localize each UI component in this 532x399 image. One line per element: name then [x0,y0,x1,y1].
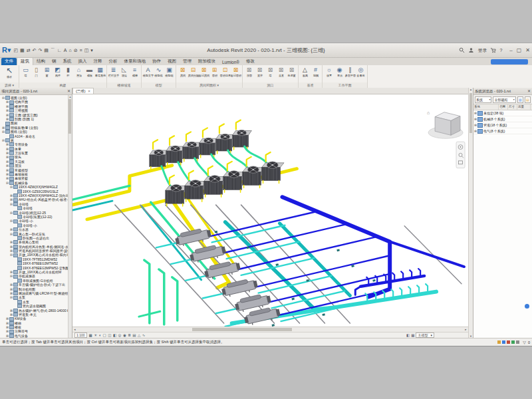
tab-插入[interactable]: 插入 [75,58,90,65]
ribbon-button-面积[interactable]: ⊞面积 [209,66,219,78]
ribbon-button-栏杆扶手[interactable]: ≣栏杆扶手 [108,66,118,78]
panel-label[interactable]: 楼梯坡道 [107,82,141,88]
ribbon-button-修改[interactable]: ↖修改 [1,66,17,79]
worksets-icon[interactable] [497,340,501,344]
tab-附加模块[interactable]: 附加模块 [195,58,219,65]
ribbon-button-窗[interactable]: ⊞窗 [42,66,52,78]
maximize-button[interactable]: ▢ [517,47,522,53]
revit-logo-icon[interactable]: R▾ [2,46,11,55]
ribbon-button-模型线[interactable]: ∿模型线 [154,66,164,78]
tab-体量和场地[interactable]: 体量和场地 [121,58,150,65]
vertical-scrollbar[interactable]: ▲ ▼ [468,88,473,338]
column-启用[interactable]: 启用 [499,104,508,110]
column-settings-icon[interactable]: ▤ [525,96,531,103]
editable-icon[interactable]: ▦ [411,333,414,337]
view-tab-close-icon[interactable]: ✕ [88,88,91,94]
system-browser-close-icon[interactable]: ✕ [527,88,531,94]
visual-style-icon[interactable]: ▦ [89,333,92,337]
temporary-hide-icon[interactable]: ◎ [118,333,122,337]
ribbon-button-屋顶[interactable]: ⌂屋顶 [74,66,84,78]
ribbon-button-房间[interactable]: ⊠房间 [178,66,188,78]
switch-windows-icon[interactable]: ◫ [84,47,89,53]
view-filter-select[interactable]: 系统▾ [475,96,491,103]
ribbon-button-楼梯[interactable]: ≡楼梯 [130,66,140,78]
panel-label[interactable]: 选择 ▾ [0,82,19,88]
show-crop-icon[interactable]: ◫ [108,333,111,337]
displacement-icon[interactable]: ∿ [142,333,146,337]
column-系统[interactable]: 系统 [473,104,499,110]
ribbon-button-模型组[interactable]: ▣模型组 [164,66,174,78]
editable-only-icon[interactable] [502,340,505,344]
ribbon-button-标记房间[interactable]: ⊠标记房间 [199,66,209,78]
ribbon-button-构件[interactable]: ◩构件 [53,66,63,78]
default-3d-view-icon[interactable]: ⌂ [69,47,72,53]
viewcube[interactable]: ⌂ [427,110,463,139]
worksharing-display-icon[interactable]: ≣ [128,333,131,337]
ribbon-button-墙[interactable]: ▭墙 [21,66,31,78]
ribbon-button-楼板[interactable]: ▬楼板 [84,66,94,78]
links-icon[interactable] [507,340,510,344]
tab-管理[interactable]: 管理 [180,58,195,65]
scale-button[interactable]: 1:100 [74,332,87,338]
sun-path-icon[interactable]: ☀ [94,333,97,337]
redo-icon[interactable]: ↷ [38,47,42,53]
tab-系统[interactable]: 系统 [60,58,75,65]
ribbon-button-墙[interactable]: ⊠墙 [265,66,275,78]
ribbon-button-竖井[interactable]: ⊠竖井 [255,66,265,78]
tab-分析[interactable]: 分析 [106,58,121,65]
open-icon[interactable]: ◰ [13,47,18,53]
ribbon-button-面积边界[interactable]: ⊡面积边界 [220,66,230,78]
ribbon-button-参照平面[interactable]: ∥参照平面 [345,66,355,78]
tab-协作[interactable]: 协作 [149,58,164,65]
notification-dot[interactable] [525,304,529,309]
constraints-icon[interactable]: △ [138,333,140,337]
system-row[interactable]: ⊞未指定(38 项) [473,110,532,116]
measure-icon[interactable]: ⌒ [51,47,55,53]
project-browser-close-icon[interactable]: ✕ [67,88,70,94]
panel-label[interactable]: 洞口 [243,82,298,88]
shadows-icon[interactable]: ◐ [99,333,101,337]
close-button[interactable]: ✕ [525,47,530,53]
minimize-button[interactable]: – [509,47,512,53]
lock-view-icon[interactable]: ◧ [113,333,116,337]
navigation-bar[interactable] [456,142,465,168]
ribbon-button-标记面积[interactable]: ⊠标记面积 [231,66,241,78]
promoted-tab-button[interactable] [491,59,528,65]
crop-view-icon[interactable]: ▢ [102,333,106,337]
print-icon[interactable]: ▤ [44,47,49,53]
ribbon-button-门[interactable]: ▯门 [31,66,41,78]
undo-icon[interactable]: ↶ [33,47,37,53]
system-row[interactable]: ⊞机械(8 个系统) [473,116,532,122]
ribbon-button-幕墙系统[interactable]: ▦幕墙系统 [95,66,105,78]
panel-label[interactable]: 基准 [299,82,322,88]
app-store-icon[interactable] [490,47,496,53]
exclude-options-icon[interactable] [516,340,519,344]
ribbon-button-房间分隔[interactable]: ⊟房间分隔 [188,66,198,78]
discipline-filter-select[interactable]: 全部规程▾ [493,96,515,103]
customize-icon[interactable]: ▾ [90,47,93,53]
worksharing-icon[interactable]: ◧ [406,333,410,337]
thin-lines-icon[interactable]: ≡ [80,47,82,53]
help-icon[interactable]: ? [499,48,502,53]
tab-文件[interactable]: 文件 [1,58,17,65]
ribbon-button-显示[interactable]: ◉显示 [334,66,344,78]
project-browser-tree[interactable]: ▲ ⊟视图 (全部)⊞结构平面⊞楼层平面⊞三维视图⊞立面 (建筑立面)⊞剖面 (… [0,95,72,338]
tab-结构[interactable]: 结构 [33,58,49,65]
3d-view-canvas[interactable]: ⌂ [72,94,468,327]
view-tab-3d[interactable]: {三维} ✕ [72,88,94,94]
autofit-columns-icon[interactable]: ▥ [517,96,523,103]
user-icon[interactable] [468,47,474,53]
temporary-properties-icon[interactable]: ▤ [132,333,136,337]
column-流量[interactable]: 流量 [517,104,531,110]
ribbon-button-按面[interactable]: ⊠按面 [244,66,254,78]
save-icon[interactable]: ▦ [20,47,25,53]
ribbon-button-柱[interactable]: ▮柱 [63,66,73,78]
search-icon[interactable] [459,47,465,53]
ribbon-button-轴网[interactable]: #轴网 [311,66,321,78]
tab-Lumion®[interactable]: Lumion® [219,59,243,65]
align-icon[interactable]: ∟ [57,47,62,53]
ribbon-button-标高[interactable]: △标高 [300,66,310,78]
panel-label[interactable]: 工作平面 [323,82,367,88]
sign-in-button[interactable]: 登录 [477,47,487,54]
design-option-select[interactable]: 主模型 ▾ [416,332,434,338]
